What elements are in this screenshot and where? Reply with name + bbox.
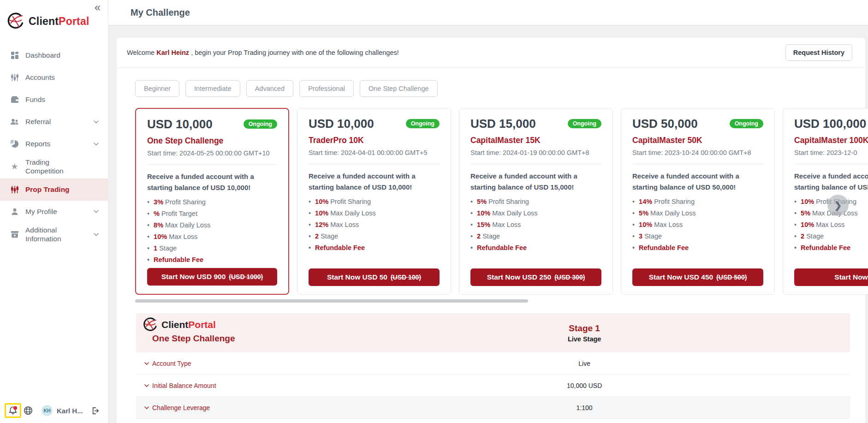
feature-item: 10% Max Loss (632, 219, 763, 231)
sidebar-item-my-profile[interactable]: My Profile (0, 201, 108, 223)
feature-item: 3 Stage (632, 231, 763, 242)
old-price: (USD 100) (391, 274, 421, 281)
logout-button[interactable] (90, 406, 100, 416)
feature-item: 10% Max Daily Loss (470, 208, 601, 219)
start-now-button[interactable]: Start Now USD 900(USD 1000) (147, 268, 277, 286)
feature-item: 14% Profit Sharing (632, 196, 763, 208)
sidebar-item-dashboard[interactable]: Dashboard (0, 44, 108, 66)
sidebar-item-funds[interactable]: Funds (0, 89, 108, 111)
status-badge: Ongoing (730, 119, 763, 128)
bell-icon (8, 405, 18, 416)
user-icon (10, 208, 19, 216)
filter-professional[interactable]: Professional (299, 80, 354, 97)
filter-advanced[interactable]: Advanced (246, 80, 294, 97)
challenge-amount: USD 10,000 (309, 117, 374, 131)
username-label: Karl H... (57, 407, 83, 415)
brand-name: ClientPortal (29, 15, 89, 28)
challenge-start-time: Start time: 2024-01-19 00:00:00 GMT+8 (470, 149, 601, 156)
sidebar-item-label: Accounts (25, 73, 55, 82)
sidebar-item-accounts[interactable]: Accounts (0, 66, 108, 89)
sidebar-item-referral[interactable]: Referral (0, 111, 108, 133)
challenge-card-capitalmaster-100k[interactable]: USD 100,000 CapitalMaster 100K Start tim… (783, 108, 868, 295)
brand-logo-icon (6, 12, 24, 30)
feature-item: 15% Max Loss (470, 219, 601, 231)
challenge-carousel: USD 10,000 Ongoing One Step Challenge St… (117, 97, 865, 295)
feature-item: 10% Max Daily Loss (309, 208, 440, 219)
old-price: (USD 1000) (229, 273, 263, 280)
stage-column-header: Stage 1 Live Stage (568, 323, 601, 343)
filter-beginner[interactable]: Beginner (135, 80, 179, 97)
horizontal-scrollbar-thumb[interactable] (135, 299, 528, 303)
content-panel: Welcome Karl Heinz , begin your Prop Tra… (117, 38, 865, 423)
challenge-name: One Step Challenge (147, 136, 277, 146)
row-value: Live (578, 360, 590, 367)
row-toggle[interactable]: Challenge Leverage (144, 404, 210, 411)
start-now-button[interactable]: Start Now USD 450(USD 500) (632, 268, 763, 286)
brand-logo-icon (142, 317, 158, 333)
chevron-down-icon (144, 384, 149, 387)
feature-item: 2 Stage (309, 231, 440, 242)
challenge-amount: USD 10,000 (147, 117, 213, 131)
start-now-button[interactable]: Start Now USD 250(USD 300) (470, 268, 601, 286)
sidebar-item-trading-competition[interactable]: ★ Trading Competition (0, 155, 108, 179)
challenge-card-one-step[interactable]: USD 10,000 Ongoing One Step Challenge St… (135, 108, 289, 295)
candlestick-chart-icon (10, 185, 19, 194)
reports-icon (10, 140, 19, 148)
sidebar-item-label: Trading Competition (25, 158, 80, 176)
request-history-button[interactable]: Request History (785, 44, 852, 61)
sidebar-nav: Dashboard Accounts Funds Referral Rep (0, 44, 108, 246)
row-toggle[interactable]: Account Type (144, 360, 191, 367)
feature-item: 5% Max Daily Loss (632, 208, 763, 219)
accounts-icon (10, 73, 19, 82)
feature-item: 5% Profit Sharing (470, 196, 601, 208)
details-row-account-type: Account Type Live (136, 352, 850, 375)
chevron-down-icon (94, 233, 99, 236)
language-globe-button[interactable] (23, 405, 33, 416)
challenge-details: ClientPortal One Step Challenge Stage 1 … (136, 313, 850, 423)
filter-intermediate[interactable]: Intermediate (185, 80, 240, 97)
feature-refundable-fee: Refundable Fee (470, 242, 601, 254)
old-price: (USD 500) (716, 274, 747, 281)
details-row-initial-balance: Initial Balance Amount 10,000 USD (136, 375, 850, 397)
logout-icon (90, 406, 100, 416)
sidebar-item-reports[interactable]: Reports (0, 133, 108, 155)
start-now-button[interactable]: Start Now USD 50(USD 100) (309, 268, 440, 286)
sidebar-item-prop-trading[interactable]: Prop Trading (0, 179, 108, 201)
notifications-button[interactable] (5, 403, 21, 418)
app-logo: ClientPortal (6, 12, 108, 30)
challenge-amount: USD 100,000 (794, 117, 866, 131)
user-menu[interactable]: KH Karl H... (42, 405, 83, 416)
challenge-card-capitalmaster-50k[interactable]: USD 50,000 Ongoing CapitalMaster 50K Sta… (621, 108, 775, 295)
carousel-next-button[interactable]: ❯ (827, 195, 849, 216)
referral-icon (10, 118, 19, 126)
challenge-amount: USD 50,000 (632, 117, 698, 131)
chevron-down-icon (144, 362, 149, 365)
feature-item: 2 Stage (470, 231, 601, 242)
challenge-name: CapitalMaster 50K (632, 136, 763, 145)
start-now-button[interactable]: Start Now USD (794, 268, 868, 286)
challenge-card-traderpro-10k[interactable]: USD 10,000 Ongoing TraderPro 10K Start t… (297, 108, 451, 295)
challenge-description: Receive a funded account with a starting… (309, 171, 440, 193)
welcome-bar: Welcome Karl Heinz , begin your Prop Tra… (117, 38, 865, 68)
challenge-features: 10% Profit Sharing 10% Max Daily Loss 12… (309, 196, 440, 254)
challenge-features: 14% Profit Sharing 5% Max Daily Loss 10%… (632, 196, 763, 254)
sidebar-item-additional-information[interactable]: Additional Information (0, 223, 108, 246)
details-challenge-name: One Step Challenge (152, 334, 850, 344)
feature-refundable-fee: Refundable Fee (309, 242, 440, 254)
challenge-name: CapitalMaster 100K (794, 136, 868, 145)
challenge-amount: USD 15,000 (470, 117, 536, 131)
archive-icon (10, 230, 19, 238)
status-badge: Ongoing (406, 119, 440, 128)
status-badge: Ongoing (568, 119, 601, 128)
challenge-features: 5% Profit Sharing 10% Max Daily Loss 15%… (470, 196, 601, 254)
challenge-filters: Beginner Intermediate Advanced Professio… (117, 68, 865, 97)
chevron-down-icon (144, 406, 149, 409)
sidebar-collapse-icon[interactable]: « (95, 1, 101, 14)
row-toggle[interactable]: Initial Balance Amount (144, 382, 216, 389)
sidebar-item-label: Referral (25, 117, 51, 126)
challenge-card-capitalmaster-15k[interactable]: USD 15,000 Ongoing CapitalMaster 15K Sta… (459, 108, 613, 295)
sidebar: « ClientPortal Dashboard Accounts (0, 0, 108, 423)
filter-one-step-challenge[interactable]: One Step Challenge (360, 80, 438, 97)
feature-item: 1 Stage (147, 243, 277, 254)
challenge-features: 3% Profit Sharing % Profit Target 8% Max… (147, 197, 277, 266)
